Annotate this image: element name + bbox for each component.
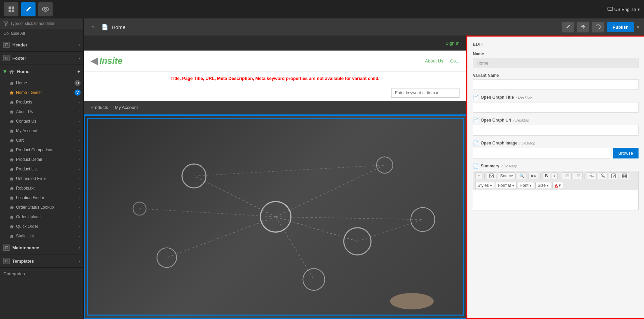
sidebar-item-order-upload[interactable]: Order Upload › xyxy=(0,212,83,222)
sidebar-item-label: About Us xyxy=(16,109,33,114)
sidebar-item-about-us[interactable]: About Us › xyxy=(0,107,83,116)
sidebar-item-unhandled-error[interactable]: Unhandled Error › xyxy=(0,174,83,183)
link-button[interactable] xyxy=(587,172,597,179)
image-insert-button[interactable] xyxy=(609,172,618,179)
sidebar-item-robots-txt[interactable]: Robots.txt › xyxy=(0,183,83,193)
search-input[interactable] xyxy=(391,88,460,98)
og-image-input[interactable] xyxy=(473,148,610,158)
og-title-label: 📄 Open Graph Title / Desktop xyxy=(473,95,639,100)
expand-sidebar-button[interactable]: » xyxy=(88,24,98,30)
ul-button[interactable] xyxy=(573,172,583,179)
sidebar-item-label: Templates xyxy=(12,259,34,264)
sidebar-item-my-account[interactable]: My Account › xyxy=(0,126,83,136)
summary-label: 📄 Summary / Desktop xyxy=(473,163,639,169)
sidebar-item-static-list[interactable]: Static List › xyxy=(0,231,83,241)
ol-icon: 123 xyxy=(564,174,569,178)
add-page-button[interactable]: + xyxy=(77,69,80,74)
sidebar-item-product-list[interactable]: Product List › xyxy=(0,164,83,174)
co-link[interactable]: Co... xyxy=(450,58,460,64)
image-toolbar-button[interactable] xyxy=(487,172,496,179)
sidebar-item-cart[interactable]: Cart › xyxy=(0,136,83,145)
my-account-nav-link[interactable]: My Account xyxy=(115,105,138,110)
image-icon xyxy=(489,174,494,178)
sidebar-item-label: Location Finder xyxy=(16,195,44,200)
eye-icon[interactable] xyxy=(38,2,53,16)
move-button[interactable] xyxy=(577,22,589,32)
edit-button[interactable] xyxy=(562,22,574,32)
styles-select[interactable]: Styles ▾ xyxy=(475,182,494,189)
font-select[interactable]: Font ▾ xyxy=(518,182,534,189)
grid-icon[interactable] xyxy=(4,2,18,16)
sidebar-filter[interactable] xyxy=(0,18,83,29)
sidebar-item-quick-order[interactable]: Quick Order › xyxy=(0,222,83,231)
og-title-input[interactable] xyxy=(473,102,639,113)
summary-field: 📄 Summary / Desktop + Source 🔍 xyxy=(473,163,639,210)
table-insert-button[interactable] xyxy=(620,172,629,179)
size-select[interactable]: Size ▾ xyxy=(535,182,551,189)
search-toolbar-button[interactable]: 🔍 xyxy=(517,172,527,179)
chevron-right-icon: › xyxy=(79,205,80,209)
svg-line-22 xyxy=(276,217,423,219)
filter-input[interactable] xyxy=(10,21,80,26)
summary-content-area[interactable] xyxy=(473,190,639,210)
variant-name-input[interactable] xyxy=(473,79,639,90)
home-icon xyxy=(10,167,14,171)
sidebar-maintenance-toggle[interactable]: ☐ Maintenance › xyxy=(0,241,83,254)
content-area: » 📄 Home Publish ▾ xyxy=(84,18,644,319)
main-layout: Collapse All ☐ Header › ☐ Footer › ▾ xyxy=(0,18,644,319)
home-icon xyxy=(10,177,14,181)
undo-button[interactable] xyxy=(592,22,604,32)
color-button[interactable]: A ▾ xyxy=(552,182,563,189)
svg-point-39 xyxy=(576,177,576,177)
sidebar-templates-toggle[interactable]: ☐ Templates › xyxy=(0,254,83,267)
pencil-icon[interactable] xyxy=(21,2,36,16)
products-nav-link[interactable]: Products xyxy=(91,105,108,110)
svg-line-16 xyxy=(194,176,276,217)
format-chevron-icon: ▾ xyxy=(512,183,514,188)
browse-button[interactable]: Browse xyxy=(613,148,639,158)
site-logo: ◀ Insite xyxy=(91,56,123,66)
sidebar-item-label: Header xyxy=(12,42,27,47)
logo-arrow-icon: ◀ xyxy=(91,56,97,66)
ol-button[interactable]: 123 xyxy=(562,172,572,179)
sidebar-item-home-guest[interactable]: Home - Guest V xyxy=(0,88,83,97)
svg-point-38 xyxy=(576,176,576,176)
format-select[interactable]: Format ▾ xyxy=(496,182,517,189)
language-selector[interactable]: US English ▾ xyxy=(607,6,640,12)
sidebar-categories-toggle[interactable]: Categories xyxy=(0,268,83,280)
home-icon xyxy=(10,100,14,105)
site-header-wrapper: ◀ Insite About Us Co... Title, Page Titl… xyxy=(84,51,466,85)
name-input[interactable] xyxy=(473,58,639,68)
publish-dropdown-arrow[interactable]: ▾ xyxy=(637,25,639,30)
about-us-link[interactable]: About Us xyxy=(425,58,443,64)
collapse-all[interactable]: Collapse All xyxy=(0,29,83,38)
publish-button[interactable]: Publish xyxy=(607,22,634,32)
sidebar-item-order-status-lookup[interactable]: Order Status Lookup › xyxy=(0,203,83,212)
sign-in-link[interactable]: Sign In xyxy=(446,41,460,46)
svg-point-37 xyxy=(576,175,576,175)
sidebar-item-home-default[interactable]: Home D xyxy=(0,78,83,88)
og-image-label: 📄 Open Graph Image / Desktop xyxy=(473,140,639,146)
unlink-button[interactable] xyxy=(598,172,607,179)
chevron-right-icon: › xyxy=(79,246,80,250)
sidebar-footer-toggle[interactable]: ☐ Footer › xyxy=(0,52,83,65)
sidebar-home-toggle[interactable]: ▾ Home + xyxy=(0,65,83,78)
add-button[interactable]: + xyxy=(475,172,482,179)
sidebar-item-product-comparison[interactable]: Product Comparison › xyxy=(0,145,83,155)
find-replace-label: A xyxy=(531,174,533,178)
home-icon xyxy=(10,224,14,229)
sidebar-item-product-detail[interactable]: Product Detail › xyxy=(0,155,83,164)
sidebar-item-contact-us[interactable]: Contact Us › xyxy=(0,116,83,126)
sidebar-header-toggle[interactable]: ☐ Header › xyxy=(0,38,83,51)
sidebar-item-products[interactable]: Products › xyxy=(0,97,83,107)
og-url-input[interactable] xyxy=(473,125,639,136)
sidebar-item-location-finder[interactable]: Location Finder › xyxy=(0,193,83,203)
chevron-right-icon: › xyxy=(79,259,80,263)
svg-rect-0 xyxy=(9,6,11,9)
source-button[interactable]: Source xyxy=(498,172,516,179)
find-replace-button[interactable]: Aa xyxy=(528,173,538,179)
italic-button[interactable]: I xyxy=(552,172,558,179)
language-label: US English xyxy=(614,7,636,12)
bold-button[interactable]: B xyxy=(543,172,550,179)
sidebar-section-header: ☐ Header › xyxy=(0,38,83,52)
